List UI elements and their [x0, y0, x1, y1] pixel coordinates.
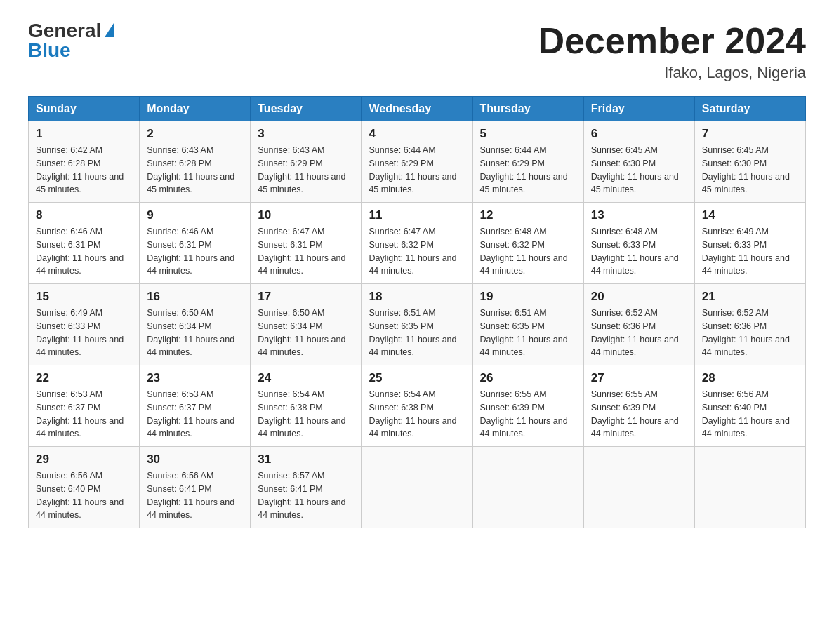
day-cell-2: 2Sunrise: 6:43 AMSunset: 6:28 PMDaylight…: [140, 121, 251, 203]
day-number: 10: [258, 208, 354, 222]
header-saturday: Saturday: [694, 97, 805, 121]
calendar-week-4: 22Sunrise: 6:53 AMSunset: 6:37 PMDayligh…: [29, 365, 806, 447]
day-info: Sunrise: 6:56 AMSunset: 6:41 PMDaylight:…: [147, 469, 243, 522]
day-number: 8: [36, 208, 132, 222]
day-number: 3: [258, 127, 354, 141]
day-number: 19: [480, 290, 576, 304]
day-info: Sunrise: 6:46 AMSunset: 6:31 PMDaylight:…: [147, 225, 243, 278]
day-cell-31: 31Sunrise: 6:57 AMSunset: 6:41 PMDayligh…: [251, 447, 362, 528]
empty-cell: [583, 447, 694, 528]
day-number: 16: [147, 290, 243, 304]
day-cell-3: 3Sunrise: 6:43 AMSunset: 6:29 PMDaylight…: [251, 121, 362, 203]
day-number: 30: [147, 452, 243, 467]
header-sunday: Sunday: [29, 97, 140, 121]
day-number: 18: [369, 290, 465, 304]
day-cell-19: 19Sunrise: 6:51 AMSunset: 6:35 PMDayligh…: [472, 284, 583, 365]
day-info: Sunrise: 6:52 AMSunset: 6:36 PMDaylight:…: [702, 307, 798, 359]
day-info: Sunrise: 6:50 AMSunset: 6:34 PMDaylight:…: [147, 307, 243, 359]
logo-general-text: General: [28, 21, 101, 41]
day-cell-13: 13Sunrise: 6:48 AMSunset: 6:33 PMDayligh…: [583, 203, 694, 284]
day-info: Sunrise: 6:53 AMSunset: 6:37 PMDaylight:…: [36, 388, 132, 441]
day-info: Sunrise: 6:51 AMSunset: 6:35 PMDaylight:…: [480, 307, 576, 359]
day-number: 24: [258, 371, 354, 385]
day-number: 17: [258, 290, 354, 304]
day-cell-16: 16Sunrise: 6:50 AMSunset: 6:34 PMDayligh…: [140, 284, 251, 365]
page-header: General Blue December 2024 Ifako, Lagos,…: [28, 21, 806, 82]
header-wednesday: Wednesday: [362, 97, 472, 121]
title-block: December 2024 Ifako, Lagos, Nigeria: [538, 21, 806, 82]
day-info: Sunrise: 6:46 AMSunset: 6:31 PMDaylight:…: [36, 225, 132, 278]
day-number: 20: [591, 290, 687, 304]
day-number: 6: [591, 127, 687, 141]
day-number: 14: [702, 208, 798, 222]
day-cell-7: 7Sunrise: 6:45 AMSunset: 6:30 PMDaylight…: [694, 121, 805, 203]
calendar-week-3: 15Sunrise: 6:49 AMSunset: 6:33 PMDayligh…: [29, 284, 806, 365]
day-info: Sunrise: 6:54 AMSunset: 6:38 PMDaylight:…: [258, 388, 354, 441]
day-info: Sunrise: 6:42 AMSunset: 6:28 PMDaylight:…: [36, 144, 132, 196]
day-number: 4: [369, 127, 465, 141]
day-number: 25: [369, 371, 465, 385]
day-info: Sunrise: 6:56 AMSunset: 6:40 PMDaylight:…: [702, 388, 798, 441]
calendar-table: Sunday Monday Tuesday Wednesday Thursday…: [28, 96, 806, 528]
day-cell-4: 4Sunrise: 6:44 AMSunset: 6:29 PMDaylight…: [362, 121, 472, 203]
day-cell-28: 28Sunrise: 6:56 AMSunset: 6:40 PMDayligh…: [694, 365, 805, 447]
day-info: Sunrise: 6:44 AMSunset: 6:29 PMDaylight:…: [480, 144, 576, 196]
day-cell-26: 26Sunrise: 6:55 AMSunset: 6:39 PMDayligh…: [472, 365, 583, 447]
day-cell-25: 25Sunrise: 6:54 AMSunset: 6:38 PMDayligh…: [362, 365, 472, 447]
day-number: 7: [702, 127, 798, 141]
day-number: 1: [36, 127, 132, 141]
day-number: 28: [702, 371, 798, 385]
day-info: Sunrise: 6:56 AMSunset: 6:40 PMDaylight:…: [36, 469, 132, 522]
day-cell-12: 12Sunrise: 6:48 AMSunset: 6:32 PMDayligh…: [472, 203, 583, 284]
day-cell-24: 24Sunrise: 6:54 AMSunset: 6:38 PMDayligh…: [251, 365, 362, 447]
day-info: Sunrise: 6:52 AMSunset: 6:36 PMDaylight:…: [591, 307, 687, 359]
day-cell-23: 23Sunrise: 6:53 AMSunset: 6:37 PMDayligh…: [140, 365, 251, 447]
day-number: 13: [591, 208, 687, 222]
day-number: 22: [36, 371, 132, 385]
day-cell-11: 11Sunrise: 6:47 AMSunset: 6:32 PMDayligh…: [362, 203, 472, 284]
day-info: Sunrise: 6:55 AMSunset: 6:39 PMDaylight:…: [591, 388, 687, 441]
day-number: 5: [480, 127, 576, 141]
day-info: Sunrise: 6:55 AMSunset: 6:39 PMDaylight:…: [480, 388, 576, 441]
empty-cell: [362, 447, 472, 528]
day-info: Sunrise: 6:47 AMSunset: 6:32 PMDaylight:…: [369, 225, 465, 278]
day-info: Sunrise: 6:51 AMSunset: 6:35 PMDaylight:…: [369, 307, 465, 359]
day-info: Sunrise: 6:54 AMSunset: 6:38 PMDaylight:…: [369, 388, 465, 441]
day-info: Sunrise: 6:45 AMSunset: 6:30 PMDaylight:…: [591, 144, 687, 196]
day-info: Sunrise: 6:44 AMSunset: 6:29 PMDaylight:…: [369, 144, 465, 196]
day-info: Sunrise: 6:48 AMSunset: 6:33 PMDaylight:…: [591, 225, 687, 278]
header-tuesday: Tuesday: [251, 97, 362, 121]
day-cell-10: 10Sunrise: 6:47 AMSunset: 6:31 PMDayligh…: [251, 203, 362, 284]
header-monday: Monday: [140, 97, 251, 121]
day-cell-30: 30Sunrise: 6:56 AMSunset: 6:41 PMDayligh…: [140, 447, 251, 528]
day-info: Sunrise: 6:48 AMSunset: 6:32 PMDaylight:…: [480, 225, 576, 278]
day-info: Sunrise: 6:50 AMSunset: 6:34 PMDaylight:…: [258, 307, 354, 359]
empty-cell: [694, 447, 805, 528]
logo: General Blue: [28, 21, 114, 60]
day-number: 21: [702, 290, 798, 304]
day-number: 2: [147, 127, 243, 141]
day-cell-1: 1Sunrise: 6:42 AMSunset: 6:28 PMDaylight…: [29, 121, 140, 203]
empty-cell: [472, 447, 583, 528]
day-cell-27: 27Sunrise: 6:55 AMSunset: 6:39 PMDayligh…: [583, 365, 694, 447]
day-number: 26: [480, 371, 576, 385]
day-cell-9: 9Sunrise: 6:46 AMSunset: 6:31 PMDaylight…: [140, 203, 251, 284]
day-info: Sunrise: 6:43 AMSunset: 6:28 PMDaylight:…: [147, 144, 243, 196]
day-number: 11: [369, 208, 465, 222]
day-info: Sunrise: 6:47 AMSunset: 6:31 PMDaylight:…: [258, 225, 354, 278]
day-cell-20: 20Sunrise: 6:52 AMSunset: 6:36 PMDayligh…: [583, 284, 694, 365]
day-info: Sunrise: 6:49 AMSunset: 6:33 PMDaylight:…: [36, 307, 132, 359]
day-cell-6: 6Sunrise: 6:45 AMSunset: 6:30 PMDaylight…: [583, 121, 694, 203]
day-cell-21: 21Sunrise: 6:52 AMSunset: 6:36 PMDayligh…: [694, 284, 805, 365]
logo-blue-text: Blue: [28, 41, 71, 60]
header-thursday: Thursday: [472, 97, 583, 121]
day-info: Sunrise: 6:49 AMSunset: 6:33 PMDaylight:…: [702, 225, 798, 278]
day-cell-15: 15Sunrise: 6:49 AMSunset: 6:33 PMDayligh…: [29, 284, 140, 365]
location: Ifako, Lagos, Nigeria: [538, 64, 806, 82]
day-number: 29: [36, 452, 132, 467]
header-row: Sunday Monday Tuesday Wednesday Thursday…: [29, 97, 806, 121]
calendar-week-2: 8Sunrise: 6:46 AMSunset: 6:31 PMDaylight…: [29, 203, 806, 284]
day-number: 27: [591, 371, 687, 385]
day-cell-18: 18Sunrise: 6:51 AMSunset: 6:35 PMDayligh…: [362, 284, 472, 365]
day-number: 31: [258, 452, 354, 467]
